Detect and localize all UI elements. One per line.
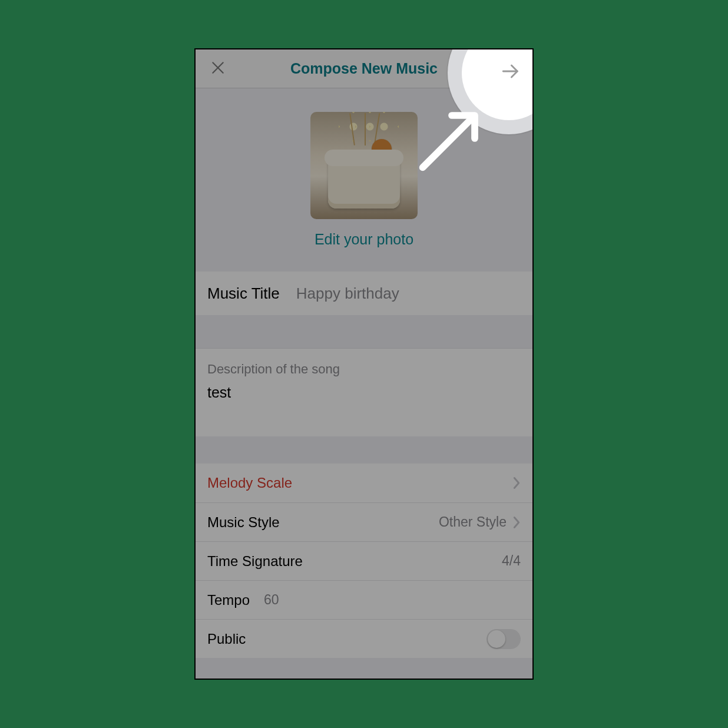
edit-photo-link[interactable]: Edit your photo	[315, 231, 413, 248]
music-style-label: Music Style	[207, 514, 280, 531]
arrow-right-icon	[501, 73, 521, 83]
time-signature-label: Time Signature	[207, 553, 303, 570]
time-signature-value: 4/4	[502, 553, 521, 569]
public-row: Public	[196, 619, 532, 658]
description-textarea[interactable]: test	[196, 382, 532, 436]
music-style-value: Other Style	[439, 514, 507, 530]
music-title-row[interactable]: Music Title Happy birthday	[196, 272, 532, 315]
next-button-highlighted[interactable]	[501, 61, 521, 84]
melody-scale-row[interactable]: Melody Scale	[196, 464, 532, 502]
toggle-knob	[488, 630, 505, 648]
close-button[interactable]	[206, 57, 230, 81]
settings-section: Melody Scale Music Style Other Style Tim…	[196, 464, 532, 658]
chevron-right-icon	[512, 516, 521, 529]
description-header: Description of the song	[196, 348, 532, 382]
public-toggle[interactable]	[487, 629, 521, 649]
spacer	[196, 315, 532, 348]
chevron-right-icon	[512, 476, 521, 489]
photo-thumbnail[interactable]	[310, 112, 418, 219]
music-title-label: Music Title	[207, 284, 280, 303]
public-label: Public	[207, 631, 246, 647]
melody-scale-label: Melody Scale	[207, 475, 292, 491]
music-title-input[interactable]: Happy birthday	[296, 284, 399, 303]
time-signature-row[interactable]: Time Signature 4/4	[196, 541, 532, 580]
music-style-row[interactable]: Music Style Other Style	[196, 502, 532, 541]
coachmark-spotlight-inner	[462, 48, 534, 120]
tempo-label: Tempo	[207, 592, 250, 608]
spacer	[196, 436, 532, 464]
tempo-value: 60	[264, 592, 279, 608]
close-icon	[210, 60, 226, 78]
app-screen: Compose New Music Edit your photo Music …	[194, 48, 534, 680]
tempo-row[interactable]: Tempo 60	[196, 580, 532, 619]
